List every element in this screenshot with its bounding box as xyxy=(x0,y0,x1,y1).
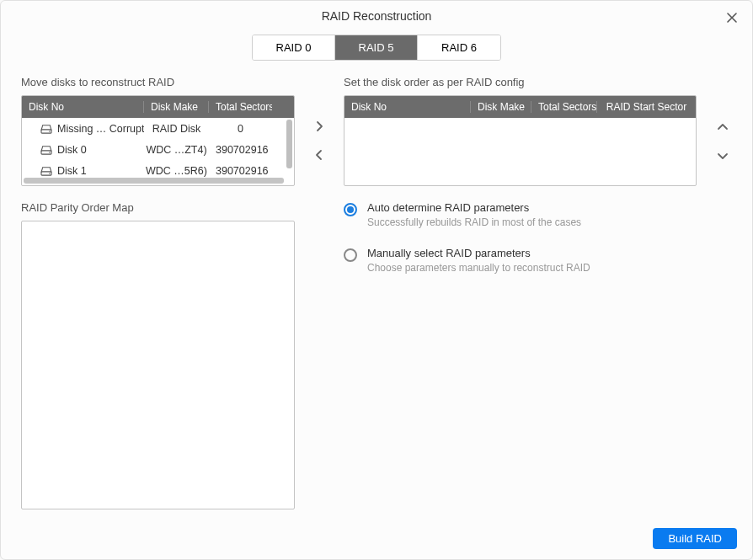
radio-auto-title: Auto determine RAID parameters xyxy=(367,201,581,214)
cell-total-sectors: 390702916 xyxy=(209,144,272,156)
radio-auto-row: Auto determine RAID parameters Successfu… xyxy=(344,201,697,228)
raid-params-radio-group: Auto determine RAID parameters Successfu… xyxy=(344,201,697,292)
col-disk-make: Disk Make xyxy=(144,101,209,113)
radio-manual[interactable] xyxy=(344,248,357,262)
raid-reconstruction-dialog: RAID Reconstruction RAID 0 RAID 5 RAID 6… xyxy=(0,0,753,560)
col-disk-make: Disk Make xyxy=(471,101,531,113)
svg-point-3 xyxy=(49,152,50,153)
left-column: Move disks to reconstruct RAID Disk No D… xyxy=(21,76,295,509)
chevron-right-icon xyxy=(315,120,323,135)
chevron-down-icon xyxy=(717,150,729,163)
svg-point-5 xyxy=(49,173,50,174)
target-disks-table[interactable]: Disk No Disk Make Total Sectors RAID Sta… xyxy=(344,95,697,186)
col-total-sectors: Total Sectors xyxy=(531,101,597,113)
cell-disk-no: Disk 1 xyxy=(22,165,144,177)
chevron-up-icon xyxy=(717,121,729,134)
tab-raid0[interactable]: RAID 0 xyxy=(253,35,335,60)
source-disks-table[interactable]: Disk No Disk Make Total Sectors Missing … xyxy=(21,95,295,186)
dialog-title: RAID Reconstruction xyxy=(322,9,432,23)
parity-order-map xyxy=(21,221,295,509)
reorder-buttons xyxy=(713,76,732,509)
left-section-label: Move disks to reconstruct RAID xyxy=(21,76,295,88)
horizontal-scrollbar[interactable] xyxy=(24,178,284,184)
close-button[interactable] xyxy=(724,9,740,26)
cell-disk-make: RAID Disk xyxy=(144,123,209,135)
right-section-label: Set the disk order as per RAID config xyxy=(344,76,697,88)
vertical-scrollbar[interactable] xyxy=(286,120,292,168)
col-raid-start: RAID Start Sector xyxy=(597,101,696,113)
right-column: Set the disk order as per RAID config Di… xyxy=(344,76,697,509)
svg-point-1 xyxy=(49,131,50,132)
radio-manual-sub: Choose parameters manually to reconstruc… xyxy=(367,262,590,274)
cell-text: Disk 1 xyxy=(57,165,87,177)
radio-manual-row: Manually select RAID parameters Choose p… xyxy=(344,247,697,274)
radio-auto[interactable] xyxy=(344,203,357,216)
tab-raid5[interactable]: RAID 5 xyxy=(335,35,418,60)
cell-total-sectors: 390702916 xyxy=(209,165,272,177)
tab-raid6[interactable]: RAID 6 xyxy=(418,35,500,60)
disk-icon xyxy=(40,166,52,176)
build-raid-button[interactable]: Build RAID xyxy=(653,528,737,549)
col-disk-no: Disk No xyxy=(344,101,471,113)
title-bar: RAID Reconstruction xyxy=(1,1,752,29)
radio-manual-title: Manually select RAID parameters xyxy=(367,247,590,259)
table-row[interactable]: Disk 0 WDC …ZT4) 390702916 xyxy=(22,139,294,160)
tab-group: RAID 0 RAID 5 RAID 6 xyxy=(252,35,501,61)
radio-auto-texts: Auto determine RAID parameters Successfu… xyxy=(367,201,581,228)
cell-disk-no: Missing … Corrupt xyxy=(22,123,144,135)
source-table-header: Disk No Disk Make Total Sectors xyxy=(22,96,294,118)
cell-text: Missing … Corrupt xyxy=(57,123,144,135)
radio-auto-sub: Successfully rebuilds RAID in most of th… xyxy=(367,216,581,228)
cell-disk-make: WDC …5R6) xyxy=(144,165,209,177)
target-table-header: Disk No Disk Make Total Sectors RAID Sta… xyxy=(344,96,696,118)
disk-icon xyxy=(40,124,52,134)
cell-text: Disk 0 xyxy=(57,144,87,156)
cell-total-sectors: 0 xyxy=(209,123,272,135)
disk-icon xyxy=(40,145,52,155)
parity-map-label: RAID Parity Order Map xyxy=(21,201,295,214)
move-left-button[interactable] xyxy=(310,147,328,165)
raid-level-tabs: RAID 0 RAID 5 RAID 6 xyxy=(1,29,752,76)
radio-manual-texts: Manually select RAID parameters Choose p… xyxy=(367,247,590,274)
chevron-left-icon xyxy=(315,149,323,163)
dialog-footer: Build RAID xyxy=(1,520,752,559)
transfer-buttons xyxy=(312,76,327,509)
move-right-button[interactable] xyxy=(310,118,328,136)
cell-disk-make: WDC …ZT4) xyxy=(144,144,209,156)
content-area: Move disks to reconstruct RAID Disk No D… xyxy=(1,76,752,520)
table-row[interactable]: Missing … Corrupt RAID Disk 0 xyxy=(22,118,294,139)
move-up-button[interactable] xyxy=(713,118,732,136)
move-down-button[interactable] xyxy=(713,147,732,165)
col-total-sectors: Total Sectors xyxy=(209,101,272,113)
close-icon xyxy=(727,11,737,25)
col-disk-no: Disk No xyxy=(22,101,144,113)
cell-disk-no: Disk 0 xyxy=(22,144,144,156)
source-table-body: Missing … Corrupt RAID Disk 0 Disk 0 WDC… xyxy=(22,118,294,181)
